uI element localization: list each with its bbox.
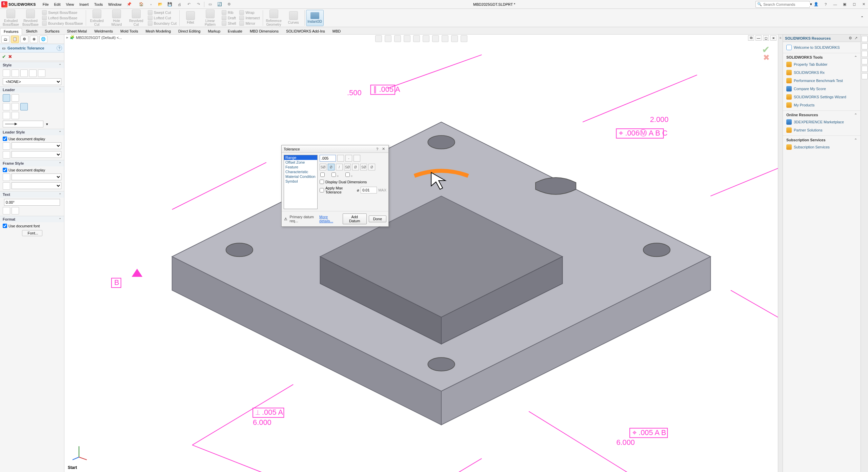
tab-mbd[interactable]: MBD [329,28,344,34]
ribbon-draft[interactable]: Draft [222,16,236,20]
quick-access-toolbar: 🏠 ▫ 📂 💾 🖨 ↶ ↷ ▭ 🔄 ⚙ [138,1,233,8]
tab-mesh-modeling[interactable]: Mesh Modeling [142,28,175,34]
ribbon-lofted-cut[interactable]: Lofted Cut [148,16,177,20]
ribbon-intersect[interactable]: Intersect [239,16,260,20]
menu-bar: SOLIDWORKS File Edit View Insert Tools W… [0,0,868,9]
menu-pin[interactable]: 📌 [124,1,134,8]
ribbon-instant3d[interactable]: Instant3D [306,10,324,26]
tab-mbd-dimensions[interactable]: MBD Dimensions [246,28,282,34]
app-name: SOLIDWORKS [8,2,36,6]
ribbon: Extruded Boss/Base Revolved Boss/Base Sw… [0,9,868,27]
search-icon: 🔍 [757,2,762,6]
search-commands[interactable]: 🔍 ▾ [755,1,810,8]
tab-features[interactable]: Features [0,28,22,35]
ribbon-extruded-boss[interactable]: Extruded Boss/Base [1,9,20,26]
redo-icon[interactable]: ↷ [195,1,202,8]
tab-evaluate[interactable]: Evaluate [224,28,246,34]
titlebar-right: 🔍 ▾ 👤 ? — ▣ ◻ ✕ [755,1,867,8]
ribbon-shell[interactable]: Shell [222,21,236,26]
tab-sketch[interactable]: Sketch [22,28,41,34]
ribbon-curves[interactable]: Curves [284,11,303,24]
select-icon[interactable]: ▭ [206,1,214,8]
app-logo: SOLIDWORKS [1,1,36,7]
print-icon[interactable]: 🖨 [176,1,183,8]
ribbon-swept-cut[interactable]: Swept Cut [148,10,177,15]
maximize-icon[interactable]: ◻ [851,1,857,7]
close-icon[interactable]: ✕ [861,1,867,7]
ribbon-revolved-boss[interactable]: Revolved Boss/Base [21,9,40,26]
tab-markup[interactable]: Markup [204,28,224,34]
tab-direct-editing[interactable]: Direct Editing [175,28,204,34]
ribbon-mid-list-2: Wrap Intersect Mirror [238,10,261,26]
ribbon-lofted-boss[interactable]: Lofted Boss/Base [42,16,83,20]
tab-addins[interactable]: SOLIDWORKS Add-Ins [282,28,329,34]
save-icon[interactable]: 💾 [166,1,174,8]
document-title: MBD2025GDT.SLDPRT * [473,2,515,6]
new-icon[interactable]: ▫ [147,1,155,8]
solidworks-icon [1,1,7,7]
ribbon-mid-list-1: Rib Draft Shell [220,10,237,26]
ribbon-boss-list: Swept Boss/Base Lofted Boss/Base Boundar… [41,10,84,26]
home-icon[interactable]: 🏠 [138,1,145,8]
menu-insert[interactable]: Insert [77,1,92,8]
minimize-icon[interactable]: — [832,1,838,7]
ribbon-fillet[interactable]: Fillet [181,11,200,24]
ribbon-cut-list: Swept Cut Lofted Cut Boundary Cut [146,10,178,26]
search-input[interactable] [762,2,810,6]
undo-icon[interactable]: ↶ [185,1,193,8]
command-tabs: Features Sketch Surfaces Sheet Metal Wel… [0,27,868,35]
ribbon-wrap[interactable]: Wrap [239,10,260,15]
open-icon[interactable]: 📂 [157,1,164,8]
ribbon-boundary-cut[interactable]: Boundary Cut [148,21,177,26]
options-icon[interactable]: ⚙ [225,1,233,8]
tab-weldments[interactable]: Weldments [90,28,117,34]
user-icon[interactable]: 👤 [813,1,819,7]
tab-surfaces[interactable]: Surfaces [41,28,63,34]
ribbon-extruded-cut[interactable]: Extruded Cut [87,9,106,26]
menu-window[interactable]: Window [105,1,124,8]
tab-sheet-metal[interactable]: Sheet Metal [63,28,90,34]
tab-mold-tools[interactable]: Mold Tools [117,28,142,34]
help-icon[interactable]: ? [823,1,829,7]
menu-view[interactable]: View [63,1,77,8]
ribbon-linear-pattern[interactable]: Linear Pattern [201,9,220,26]
separator [204,2,204,7]
ribbon-rib[interactable]: Rib [222,10,236,15]
ribbon-swept-boss[interactable]: Swept Boss/Base [42,10,83,15]
ribbon-hole-wizard[interactable]: Hole Wizard [107,9,126,26]
ribbon-reference-geometry[interactable]: Reference Geometry [264,9,283,26]
search-dropdown-icon[interactable]: ▾ [810,2,812,6]
ribbon-boundary-boss[interactable]: Boundary Boss/Base [42,21,83,26]
menu-tools[interactable]: Tools [92,1,106,8]
menu-file[interactable]: File [40,1,52,8]
rebuild-icon[interactable]: 🔄 [216,1,223,8]
menu-edit[interactable]: Edit [52,1,63,8]
ribbon-collapse-icon[interactable]: ⌃ [859,15,865,21]
restore-icon[interactable]: ▣ [842,1,848,7]
ribbon-revolved-cut[interactable]: Revolved Cut [127,9,146,26]
ribbon-mirror[interactable]: Mirror [239,21,260,26]
